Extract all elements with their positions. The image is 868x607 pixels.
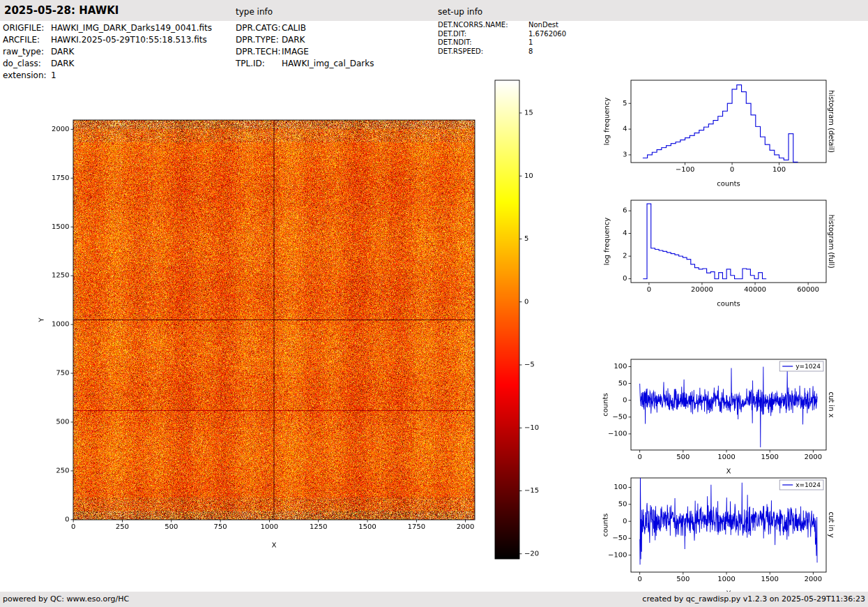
field-value: 8 [528, 47, 533, 57]
qc-report-page: 2025-05-28: HAWKI type info set-up info … [0, 0, 868, 607]
file-info-row: ORIGFILE:HAWKI_IMG_DARK_Darks149_0041.fi… [3, 22, 212, 34]
histogram-full-side-label: histogram (full) [828, 214, 835, 268]
field-value: 1 [528, 38, 533, 47]
field-value: NonDest [528, 21, 558, 30]
field-label: do_class: [3, 58, 51, 70]
type-info-row: DPR.TYPE:DARK [236, 34, 374, 46]
type-info-row: DPR.TECH:IMAGE [236, 46, 374, 58]
footer-left-text: powered by QC: www.eso.org/HC [3, 594, 129, 604]
main-image-plot [21, 91, 495, 565]
type-info-row: TPL.ID:HAWKI_img_cal_Darks [236, 58, 374, 70]
field-label: DET.RSPEED: [438, 47, 528, 57]
field-value: 1 [51, 70, 56, 82]
file-info-block: ORIGFILE:HAWKI_IMG_DARK_Darks149_0041.fi… [3, 22, 212, 82]
field-label: ARCFILE: [3, 34, 51, 46]
setup-info-heading: set-up info [438, 7, 482, 17]
histogram-detail-side-label: histogram (detail) [828, 90, 835, 153]
setup-info-row: DET.NCORRS.NAME:NonDest [438, 21, 566, 30]
file-info-row: ARCFILE:HAWKI.2025-05-29T10:55:18.513.fi… [3, 34, 212, 46]
setup-info-row: DET.RSPEED:8 [438, 47, 566, 57]
cut-in-y-side-label: cut in y [828, 511, 835, 537]
type-info-heading: type info [236, 7, 273, 17]
file-info-row: extension:1 [3, 70, 212, 82]
field-value: 1.6762060 [528, 30, 566, 39]
field-value: HAWKI.2025-05-29T10:55:18.513.fits [51, 34, 207, 46]
type-info-block: DPR.CATG:CALIB DPR.TYPE:DARK DPR.TECH:IM… [236, 22, 374, 70]
field-label: raw_type: [3, 46, 51, 58]
field-label: DPR.TYPE: [236, 34, 282, 46]
file-info-row: raw_type:DARK [3, 46, 212, 58]
setup-info-row: DET.DIT:1.6762060 [438, 30, 566, 39]
field-value: HAWKI_img_cal_Darks [282, 58, 374, 70]
setup-info-block: DET.NCORRS.NAME:NonDest DET.DIT:1.676206… [438, 21, 566, 56]
field-label: DET.DIT: [438, 30, 528, 39]
field-label: ORIGFILE: [3, 22, 51, 34]
type-info-row: DPR.CATG:CALIB [236, 22, 374, 34]
footer-right-text: created by qc_rawdisp.py v1.2.3 on 2025-… [642, 594, 865, 604]
header-bar: 2025-05-28: HAWKI type info set-up info [0, 0, 868, 21]
page-title: 2025-05-28: HAWKI [4, 4, 119, 17]
field-label: DPR.CATG: [236, 22, 282, 34]
field-label: TPL.ID: [236, 58, 282, 70]
field-value: IMAGE [282, 46, 309, 58]
field-value: DARK [51, 58, 74, 70]
field-label: extension: [3, 70, 51, 82]
file-info-row: do_class:DARK [3, 58, 212, 70]
footer-bar: powered by QC: www.eso.org/HC created by… [0, 592, 868, 607]
field-label: DPR.TECH: [236, 46, 282, 58]
field-label: DET.NDIT: [438, 38, 528, 47]
field-value: HAWKI_IMG_DARK_Darks149_0041.fits [51, 22, 212, 34]
field-value: DARK [282, 34, 305, 46]
cut-in-x-side-label: cut in x [828, 391, 835, 417]
setup-info-row: DET.NDIT:1 [438, 38, 566, 47]
field-label: DET.NCORRS.NAME: [438, 21, 528, 30]
field-value: DARK [51, 46, 74, 58]
colorbar [481, 70, 551, 569]
field-value: CALIB [282, 22, 306, 34]
